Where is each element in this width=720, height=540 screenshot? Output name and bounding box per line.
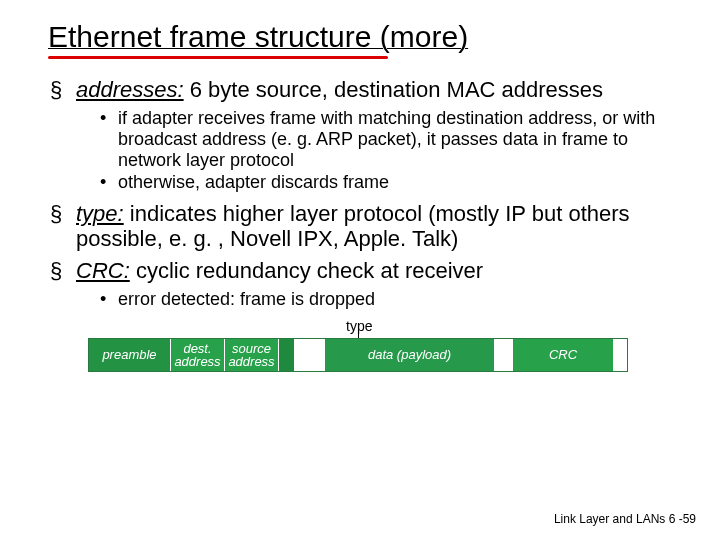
- cell-type: [279, 339, 295, 371]
- addresses-sublist: if adapter receives frame with matching …: [76, 108, 672, 193]
- diagram-type-label: type: [346, 318, 628, 334]
- cell-preamble: preamble: [89, 339, 171, 371]
- title-underline: [48, 56, 388, 59]
- slide-title: Ethernet frame structure (more): [48, 20, 672, 54]
- bullet-crc: CRC: cyclic redundancy check at receiver…: [48, 258, 672, 310]
- type-text: indicates higher layer protocol (mostly …: [76, 201, 630, 251]
- crc-sublist: error detected: frame is dropped: [76, 289, 672, 310]
- bullet-addresses: addresses: 6 byte source, destination MA…: [48, 77, 672, 193]
- frame-diagram: type preamble dest. address source addre…: [88, 318, 628, 372]
- type-label: type:: [76, 201, 124, 226]
- cell-data-payload: data (payload): [325, 339, 495, 371]
- addresses-sub1: if adapter receives frame with matching …: [100, 108, 672, 170]
- crc-text: cyclic redundancy check at receiver: [130, 258, 483, 283]
- addresses-text: 6 byte source, destination MAC addresses: [184, 77, 603, 102]
- crc-label: CRC:: [76, 258, 130, 283]
- addresses-sub2: otherwise, adapter discards frame: [100, 172, 672, 193]
- crc-sub1: error detected: frame is dropped: [100, 289, 672, 310]
- bullet-type: type: indicates higher layer protocol (m…: [48, 201, 672, 252]
- cell-gap: [295, 339, 325, 371]
- cell-gap2: [495, 339, 513, 371]
- frame-row: preamble dest. address source address da…: [88, 338, 628, 372]
- cell-dest-address: dest. address: [171, 339, 225, 371]
- cell-source-address: source address: [225, 339, 279, 371]
- addresses-label: addresses:: [76, 77, 184, 102]
- bullet-list: addresses: 6 byte source, destination MA…: [48, 77, 672, 310]
- cell-crc: CRC: [513, 339, 613, 371]
- slide-footer: Link Layer and LANs 6 -59: [554, 512, 696, 526]
